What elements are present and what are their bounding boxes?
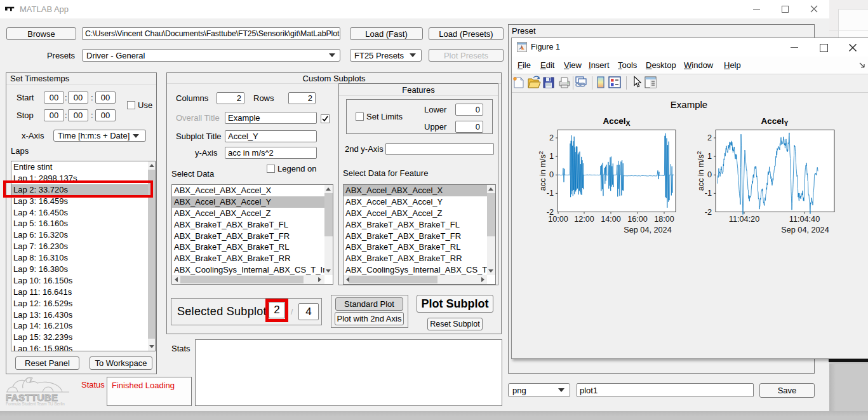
svg-text:2: 2 <box>549 133 554 142</box>
svg-text:-1: -1 <box>547 189 554 198</box>
svg-text:Example: Example <box>671 99 707 110</box>
svg-text:1: 1 <box>549 152 554 161</box>
svg-text:Sep 04, 2024: Sep 04, 2024 <box>781 226 829 234</box>
svg-text:14:00: 14:00 <box>601 215 621 224</box>
svg-text:2: 2 <box>707 133 712 142</box>
svg-text:1: 1 <box>707 152 712 161</box>
svg-text:-2: -2 <box>705 208 712 217</box>
svg-text:Formula Student Team TU Berlin: Formula Student Team TU Berlin <box>6 402 65 406</box>
svg-text:12:00: 12:00 <box>574 215 594 224</box>
svg-text:0: 0 <box>707 170 712 179</box>
svg-text:Sep 04, 2024: Sep 04, 2024 <box>624 226 672 234</box>
svg-text:18:00: 18:00 <box>654 215 674 224</box>
svg-text:acc in m/s2: acc in m/s2 <box>695 151 705 191</box>
svg-text:11:04:20: 11:04:20 <box>729 215 759 224</box>
svg-text:11:04:40: 11:04:40 <box>789 215 820 224</box>
svg-text:-1: -1 <box>705 189 712 198</box>
svg-text:AccelY: AccelY <box>761 116 788 127</box>
svg-text:10:00: 10:00 <box>548 215 568 224</box>
svg-text:acc in m/s2: acc in m/s2 <box>537 151 547 191</box>
svg-text:AccelX: AccelX <box>603 116 630 127</box>
svg-text:16:00: 16:00 <box>627 215 648 224</box>
svg-text:0: 0 <box>549 170 554 179</box>
